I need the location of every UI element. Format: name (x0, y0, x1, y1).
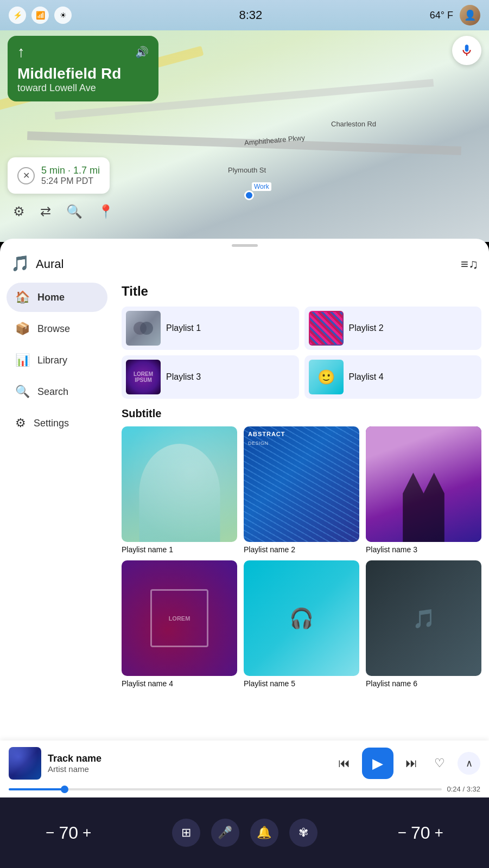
map-label-charleston: Charleston Rd (331, 120, 376, 128)
vol-left-plus[interactable]: + (82, 824, 91, 841)
user-avatar[interactable]: 👤 (460, 5, 480, 25)
sidebar-item-home[interactable]: 🏠 Home (7, 283, 107, 312)
subtitle-img-1 (122, 426, 237, 542)
main-layout: 🏠 Home 📦 Browse 📊 Library 🔍 Search ⚙ Set… (0, 278, 489, 794)
brightness-icon[interactable]: ☀ (54, 7, 72, 24)
status-time: 8:32 (72, 8, 430, 22)
like-button[interactable]: ♡ (429, 753, 450, 774)
sidebar-item-library[interactable]: 📊 Library (7, 346, 107, 375)
subtitle-name-5: Playlist name 5 (244, 679, 359, 688)
notification-icon[interactable]: 🔔 (250, 819, 278, 847)
playlist-thumb-2 (309, 311, 344, 346)
player-thumbnail (9, 747, 41, 780)
subtitle-card-3[interactable]: Playlist name 3 (366, 426, 481, 554)
player-track-name: Track name (48, 753, 327, 764)
status-left-icons: ⚡ 📶 ☀ (9, 7, 72, 24)
search-sidebar-icon: 🔍 (15, 385, 30, 399)
temperature: 64° F (430, 10, 453, 21)
subtitle-img-3 (366, 426, 481, 542)
expand-button[interactable]: ∧ (458, 752, 480, 775)
search-icon[interactable]: 🔍 (66, 204, 82, 219)
grid-icon[interactable]: ⊞ (172, 819, 200, 847)
playlist-name-3: Playlist 3 (166, 372, 201, 382)
eta-card: ✕ 5 min · 1.7 mi 5:24 PM PDT (8, 157, 110, 194)
playlist-name-2: Playlist 2 (349, 323, 384, 333)
volume-right: − 70 + (398, 823, 443, 843)
eta-secondary: 5:24 PM PDT (41, 176, 100, 186)
nav-arrow-icon: ↑ (17, 43, 25, 61)
sidebar-label-library: Library (37, 355, 67, 366)
map-pin-label: Work (252, 182, 271, 191)
subtitle-name-4: Playlist name 4 (122, 679, 237, 688)
location-icon[interactable]: 📍 (98, 204, 114, 219)
sidebar-item-browse[interactable]: 📦 Browse (7, 314, 107, 343)
subtitle-img-4: LOREM (122, 560, 237, 676)
subtitle-card-1[interactable]: Playlist name 1 (122, 426, 237, 554)
nav-volume-icon[interactable]: 🔊 (135, 46, 149, 59)
subtitle-name-1: Playlist name 1 (122, 545, 237, 554)
playlist-card-2[interactable]: Playlist 2 (304, 307, 482, 350)
subtitle-name-2: Playlist name 2 (244, 545, 359, 554)
browse-icon: 📦 (15, 322, 30, 336)
sidebar-label-browse: Browse (37, 323, 70, 335)
app-logo: 🎵 (11, 254, 30, 274)
progress-thumb (61, 786, 68, 793)
sidebar-label-search: Search (37, 386, 68, 398)
progress-fill (9, 788, 65, 790)
map-label-sierra: Plymouth St (228, 166, 266, 174)
microphone-icon[interactable]: 🎤 (211, 819, 239, 847)
playlist-card-3[interactable]: LOREMIPSUM Playlist 3 (122, 355, 299, 399)
bluetooth-icon[interactable]: ⚡ (9, 7, 26, 24)
volume-left: − 70 + (46, 823, 91, 843)
fan-icon[interactable]: ✾ (289, 819, 317, 847)
playlist-card-1[interactable]: Playlist 1 (122, 307, 299, 350)
content-area: Title Playlist 1 Playli (114, 278, 489, 794)
navigation-card: ↑ 🔊 Middlefield Rd toward Lowell Ave (8, 36, 158, 101)
vol-left-minus[interactable]: − (46, 824, 54, 841)
vol-right-minus[interactable]: − (398, 824, 407, 841)
subtitle-grid: Playlist name 1 ABSTRACT DESIGN Playlist… (122, 426, 481, 688)
player-info: Track name Artist name (48, 753, 327, 774)
library-icon: 📊 (15, 353, 30, 367)
route-icon[interactable]: ⇄ (40, 204, 51, 219)
subtitle-card-2[interactable]: ABSTRACT DESIGN Playlist name 2 (244, 426, 359, 554)
queue-icon[interactable]: ≡♫ (461, 257, 478, 272)
subtitle-card-5[interactable]: 🎧 Playlist name 5 (244, 560, 359, 688)
settings-sidebar-icon: ⚙ (15, 416, 26, 430)
sidebar: 🏠 Home 📦 Browse 📊 Library 🔍 Search ⚙ Set… (0, 278, 114, 794)
playlist-grid: Playlist 1 Playlist 2 LOREMIPSUM Playlis… (122, 307, 481, 399)
playlist-thumb-1 (126, 311, 161, 346)
player-controls: ⏮ ▶ ⏭ ♡ ∧ (334, 748, 480, 779)
time-current: 0:24 (447, 785, 461, 793)
vol-right-plus[interactable]: + (435, 824, 443, 841)
playlist-card-4[interactable]: 🙂 Playlist 4 (304, 355, 482, 399)
home-icon: 🏠 (15, 290, 30, 304)
section-title: Title (122, 284, 481, 299)
section-subtitle: Subtitle (122, 407, 481, 420)
close-button[interactable]: ✕ (17, 167, 35, 184)
time-separator: / (462, 785, 466, 793)
player-main: Track name Artist name ⏮ ▶ ⏭ ♡ ∧ (9, 747, 480, 780)
playlist-name-4: Playlist 4 (349, 372, 384, 382)
progress-bar[interactable] (9, 788, 442, 790)
subtitle-card-6[interactable]: 🎵 Playlist name 6 (366, 560, 481, 688)
progress-container[interactable]: 0:24 / 3:32 (9, 785, 480, 797)
subtitle-name-6: Playlist name 6 (366, 679, 481, 688)
settings-icon[interactable]: ⚙ (13, 204, 25, 219)
time-total: 3:32 (467, 785, 480, 793)
sidebar-item-settings[interactable]: ⚙ Settings (7, 409, 107, 438)
signal-icon[interactable]: 📶 (31, 7, 49, 24)
vol-left-value: 70 (59, 823, 78, 843)
nav-header: ↑ 🔊 (17, 43, 149, 61)
eta-info: 5 min · 1.7 mi 5:24 PM PDT (41, 165, 100, 186)
player-bar: Track name Artist name ⏮ ▶ ⏭ ♡ ∧ 0:24 / … (0, 741, 489, 797)
app-header: 🎵 Aural ≡♫ (0, 247, 489, 278)
next-button[interactable]: ⏭ (401, 753, 422, 774)
bottom-nav: − 70 + ⊞ 🎤 🔔 ✾ − 70 + (0, 797, 489, 868)
subtitle-card-4[interactable]: LOREM Playlist name 4 (122, 560, 237, 688)
prev-button[interactable]: ⏮ (334, 753, 354, 774)
status-right: 64° F 👤 (430, 5, 480, 25)
play-button[interactable]: ▶ (362, 748, 393, 779)
sidebar-item-search[interactable]: 🔍 Search (7, 377, 107, 406)
mic-button[interactable] (452, 36, 481, 65)
